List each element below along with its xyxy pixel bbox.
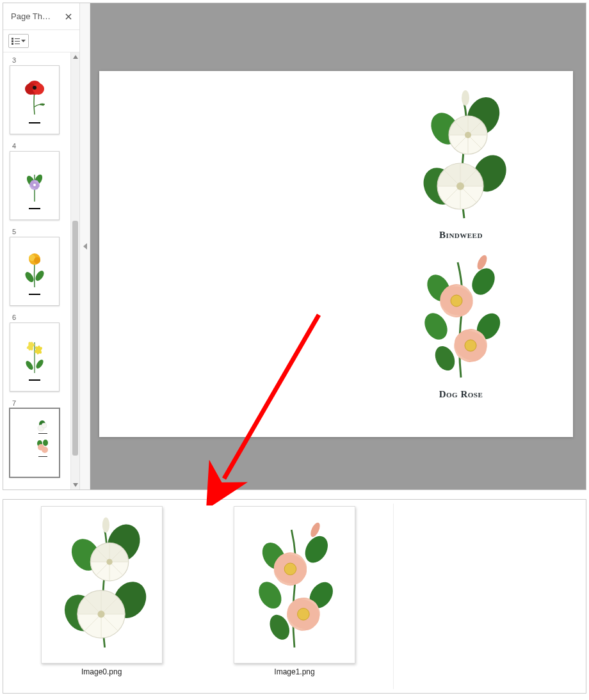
bindweed-image bbox=[407, 90, 515, 225]
thumbnail-item: 4 bbox=[10, 141, 67, 220]
chevron-down-icon bbox=[21, 40, 26, 43]
svg-point-86 bbox=[254, 578, 286, 612]
thumbnail-number: 7 bbox=[10, 398, 67, 408]
scrollbar-thumb[interactable] bbox=[72, 221, 78, 456]
svg-point-47 bbox=[465, 132, 471, 138]
figure-caption: Bindweed bbox=[439, 230, 483, 241]
panel-toolbar bbox=[3, 30, 79, 52]
thumbnail-options-button[interactable] bbox=[8, 34, 29, 48]
thumbnail-number: 6 bbox=[10, 312, 67, 322]
thumbnail-page-6[interactable] bbox=[10, 322, 60, 392]
svg-point-50 bbox=[456, 182, 464, 190]
panel-splitter[interactable] bbox=[80, 3, 90, 489]
page-7-preview-icon bbox=[15, 414, 54, 472]
thumbnail-number: 5 bbox=[10, 227, 67, 237]
svg-point-82 bbox=[97, 610, 104, 617]
thumbnail-item: 6 bbox=[10, 312, 67, 392]
svg-rect-40 bbox=[38, 456, 47, 457]
figure-dogrose: Dog Rose bbox=[407, 250, 515, 400]
thumbnail-page-7[interactable] bbox=[10, 408, 60, 477]
svg-point-83 bbox=[102, 517, 109, 532]
svg-point-10 bbox=[33, 86, 36, 90]
svg-point-25 bbox=[35, 358, 45, 370]
collapse-sidebar-button[interactable] bbox=[81, 234, 89, 259]
file-name: Image0.png bbox=[81, 667, 122, 676]
file-name: Image1.png bbox=[274, 667, 314, 676]
thumbnail-scrollbar[interactable] bbox=[70, 52, 79, 489]
thumbnail-page-3[interactable] bbox=[10, 65, 60, 134]
thumbnail-item: 3 bbox=[10, 55, 67, 134]
thumbnail-number: 3 bbox=[10, 55, 67, 65]
flower-periwinkle-icon bbox=[19, 162, 50, 205]
thumbnail-page-5[interactable] bbox=[10, 237, 60, 306]
svg-point-6 bbox=[40, 104, 45, 106]
svg-point-24 bbox=[24, 360, 35, 371]
thumbnail-item: 7 bbox=[10, 398, 67, 477]
svg-point-19 bbox=[24, 271, 36, 283]
panel-header: Page Th… bbox=[3, 3, 79, 30]
file-browser-window: Image0.png bbox=[3, 499, 586, 694]
thumbnail-item: 5 bbox=[10, 227, 67, 306]
pdf-viewer-window: Page Th… 3 bbox=[3, 3, 586, 490]
thumbnail-list: 3 bbox=[3, 52, 70, 489]
svg-rect-0 bbox=[12, 38, 13, 40]
scroll-down-button[interactable] bbox=[71, 481, 79, 489]
file-item-image1[interactable]: Image1.png bbox=[200, 504, 389, 689]
svg-point-18 bbox=[33, 184, 36, 186]
svg-point-79 bbox=[106, 559, 112, 564]
svg-point-20 bbox=[34, 269, 46, 282]
svg-point-51 bbox=[462, 90, 469, 106]
svg-point-37 bbox=[43, 440, 48, 446]
dogrose-image bbox=[407, 250, 515, 384]
flower-buttercup-icon bbox=[19, 248, 50, 291]
figure-caption: Dog Rose bbox=[439, 389, 483, 400]
svg-rect-35 bbox=[38, 433, 47, 434]
svg-rect-3 bbox=[15, 41, 20, 42]
svg-point-85 bbox=[301, 532, 333, 566]
figure-bindweed: Bindweed bbox=[407, 90, 515, 241]
document-page: Bindweed bbox=[99, 71, 573, 437]
svg-point-89 bbox=[309, 521, 321, 538]
close-icon bbox=[65, 13, 72, 20]
page-thumbnails-panel: Page Th… 3 bbox=[3, 3, 80, 489]
flower-poppy-icon bbox=[19, 76, 50, 120]
panel-title: Page Th… bbox=[11, 12, 63, 21]
list-icon bbox=[12, 38, 20, 45]
close-panel-button[interactable] bbox=[63, 11, 74, 22]
document-viewport[interactable]: Bindweed bbox=[90, 3, 586, 489]
svg-point-53 bbox=[467, 264, 499, 299]
svg-point-23 bbox=[34, 257, 40, 264]
thumbnail-page-4[interactable] bbox=[10, 151, 60, 220]
dogrose-file-preview bbox=[244, 516, 345, 654]
flower-jasmine-icon bbox=[19, 333, 50, 377]
svg-rect-4 bbox=[12, 43, 13, 45]
thumbnail-number: 4 bbox=[10, 141, 67, 151]
svg-rect-2 bbox=[12, 40, 13, 42]
chevron-left-icon bbox=[83, 243, 87, 250]
svg-point-34 bbox=[42, 423, 47, 428]
scroll-up-button[interactable] bbox=[71, 52, 79, 61]
file-browser-empty-area bbox=[393, 504, 582, 689]
bindweed-file-preview bbox=[51, 516, 152, 654]
svg-rect-5 bbox=[15, 44, 20, 44]
file-item-image0[interactable]: Image0.png bbox=[7, 504, 196, 689]
svg-rect-1 bbox=[15, 38, 20, 39]
svg-point-39 bbox=[42, 447, 48, 453]
